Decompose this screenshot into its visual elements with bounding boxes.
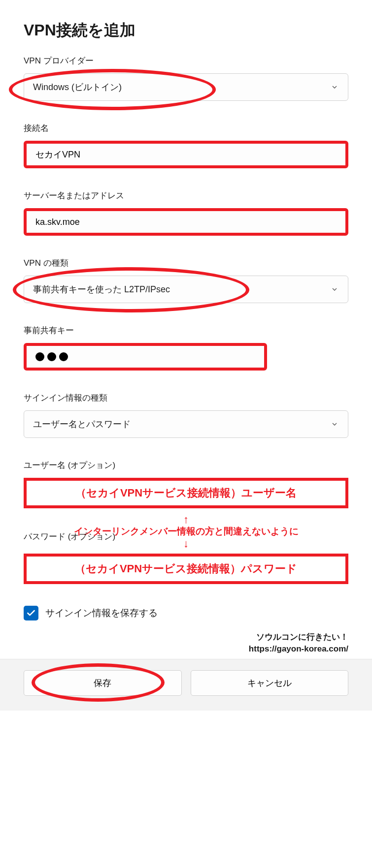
chevron-down-icon — [330, 420, 339, 429]
save-button[interactable]: 保存 — [24, 670, 182, 696]
save-signin-checkbox[interactable] — [24, 606, 38, 620]
signin-type-label: サインイン情報の種類 — [24, 392, 348, 403]
psk-label: 事前共有キー — [24, 325, 348, 336]
warning-note: ↑ インターリンクメンバー情報の方と間違えないように ↓ パスワード (オプショ… — [24, 513, 348, 549]
password-dots — [35, 352, 68, 361]
connection-name-input[interactable] — [24, 141, 348, 168]
vpn-provider-group: VPN プロバイダー Windows (ビルトイン) — [24, 55, 348, 101]
vpn-provider-label: VPN プロバイダー — [24, 55, 348, 66]
signin-type-group: サインイン情報の種類 ユーザー名とパスワード — [24, 392, 348, 438]
username-hint-box[interactable]: （セカイVPNサービス接続情報）ユーザー名 — [24, 478, 348, 508]
vpn-type-group: VPN の種類 事前共有キーを使った L2TP/IPsec — [24, 257, 348, 303]
vpn-provider-select[interactable]: Windows (ビルトイン) — [24, 73, 348, 101]
vpn-type-label: VPN の種類 — [24, 257, 348, 269]
save-signin-label: サインイン情報を保存する — [45, 607, 158, 620]
password-group: （セカイVPNサービス接続情報）パスワード — [24, 554, 348, 584]
vpn-provider-value: Windows (ビルトイン) — [33, 81, 122, 93]
vpn-type-select[interactable]: 事前共有キーを使った L2TP/IPsec — [24, 276, 348, 303]
vpn-type-value: 事前共有キーを使った L2TP/IPsec — [33, 283, 170, 295]
password-label: パスワード (オプション) — [24, 531, 115, 542]
watermark-line2: https://gayon-korea.com/ — [0, 643, 348, 655]
connection-name-label: 接続名 — [24, 123, 348, 134]
page-title: VPN接続を追加 — [24, 20, 348, 41]
arrow-up-icon: ↑ — [24, 513, 348, 526]
password-hint-box[interactable]: （セカイVPNサービス接続情報）パスワード — [24, 554, 348, 584]
psk-input[interactable] — [24, 343, 267, 371]
cancel-button[interactable]: キャンセル — [191, 670, 349, 696]
signin-type-value: ユーザー名とパスワード — [33, 418, 131, 430]
button-bar: 保存 キャンセル — [0, 659, 372, 711]
psk-group: 事前共有キー — [24, 325, 348, 371]
server-label: サーバー名またはアドレス — [24, 190, 348, 201]
connection-name-group: 接続名 — [24, 123, 348, 168]
username-group: ユーザー名 (オプション) （セカイVPNサービス接続情報）ユーザー名 — [24, 460, 348, 508]
signin-type-select[interactable]: ユーザー名とパスワード — [24, 410, 348, 438]
chevron-down-icon — [330, 285, 339, 294]
save-signin-row[interactable]: サインイン情報を保存する — [24, 606, 348, 620]
server-group: サーバー名またはアドレス — [24, 190, 348, 236]
watermark-line1: ソウルコンに行きたい！ — [0, 631, 348, 643]
watermark: ソウルコンに行きたい！ https://gayon-korea.com/ — [0, 631, 372, 659]
username-label: ユーザー名 (オプション) — [24, 460, 348, 471]
server-input[interactable] — [24, 208, 348, 236]
chevron-down-icon — [330, 83, 339, 92]
